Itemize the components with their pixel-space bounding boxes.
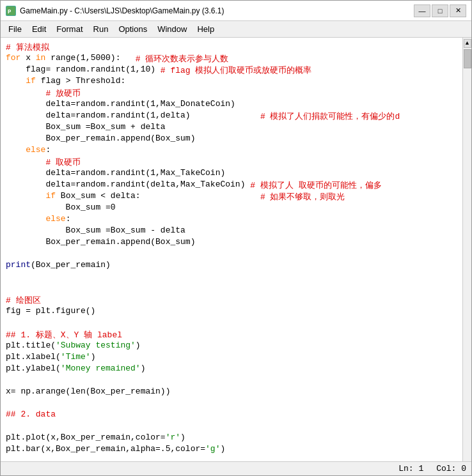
title-bar-left: P GameMain.py - C:\Users\LJS\Desktop\Gam… xyxy=(6,6,224,16)
menu-format[interactable]: Format xyxy=(51,23,88,35)
table-row xyxy=(1,249,462,260)
table-row: # 取硬币 xyxy=(1,157,462,168)
table-row xyxy=(1,421,462,433)
menu-edit[interactable]: Edit xyxy=(27,23,51,35)
scrollbar-vertical[interactable]: ▲ xyxy=(462,38,471,461)
table-row: ## 2. data xyxy=(1,410,462,421)
table-row: plt.bar(x,Box_per_remain,alpha=.5,color=… xyxy=(1,444,462,456)
table-row: plt.title('Subway testing') xyxy=(1,341,462,352)
window: P GameMain.py - C:\Users\LJS\Desktop\Gam… xyxy=(0,0,472,476)
status-bar: Ln: 1 Col: 0 xyxy=(1,461,471,475)
table-row: plt.xlabel('Time') xyxy=(1,352,462,364)
title-buttons: — □ ✕ xyxy=(414,4,466,17)
table-row: else: xyxy=(1,145,462,157)
table-row: for x in range(1,5000): # 循环次数表示参与人数 xyxy=(1,53,462,65)
table-row: delta=random.randint(1,Max_DonateCoin) xyxy=(1,99,462,111)
table-row: if Box_sum < delta: # 如果不够取，则取光 xyxy=(1,191,462,203)
app-icon: P xyxy=(6,6,16,16)
table-row xyxy=(1,375,462,387)
scroll-up-button[interactable]: ▲ xyxy=(464,39,471,48)
editor-area: # 算法模拟 for x in range(1,5000): # 循环次数表示参… xyxy=(1,38,471,461)
menu-window[interactable]: Window xyxy=(152,23,192,35)
scroll-thumb[interactable] xyxy=(464,49,471,68)
table-row xyxy=(1,283,462,295)
menu-file[interactable]: File xyxy=(3,23,27,35)
table-row xyxy=(1,318,462,329)
table-row: Box_sum =Box_sum + delta xyxy=(1,122,462,134)
table-row: Box_sum =0 xyxy=(1,203,462,214)
table-row: flag= random.randint(1,10) # flag 模拟人们取硬… xyxy=(1,65,462,76)
table-row: plt.plot(x,Box_per_remain,color='r') xyxy=(1,433,462,444)
col-number: Col: 0 xyxy=(436,464,466,473)
table-row: plt.ylabel('Money remained') xyxy=(1,364,462,375)
table-row: delta=random.randint(delta,Max_TakeCoin)… xyxy=(1,180,462,191)
table-row: if flag > Threshold: xyxy=(1,76,462,88)
table-row xyxy=(1,272,462,283)
table-row: print(Box_per_remain) xyxy=(1,260,462,272)
menu-help[interactable]: Help xyxy=(192,23,219,35)
table-row: delta=random.randint(1,Max_TakeCoin) xyxy=(1,168,462,180)
minimize-button[interactable]: — xyxy=(414,4,430,17)
menu-options[interactable]: Options xyxy=(113,23,152,35)
window-title: GameMain.py - C:\Users\LJS\Desktop\GameM… xyxy=(20,6,224,15)
title-bar: P GameMain.py - C:\Users\LJS\Desktop\Gam… xyxy=(1,1,471,21)
table-row: delta=random.randint(1,delta) # 模拟了人们捐款可… xyxy=(1,111,462,122)
table-row: Box_per_remain.append(Box_sum) xyxy=(1,237,462,249)
table-row: # 绘图区 xyxy=(1,295,462,306)
table-row: fig = plt.figure() xyxy=(1,306,462,318)
table-row: else: xyxy=(1,214,462,226)
table-row xyxy=(1,398,462,410)
menu-run[interactable]: Run xyxy=(88,23,114,35)
menu-bar: File Edit Format Run Options Window Help xyxy=(1,21,471,38)
table-row: x= np.arange(len(Box_per_remain)) xyxy=(1,387,462,398)
table-row: Box_per_remain.append(Box_sum) xyxy=(1,134,462,145)
svg-text:P: P xyxy=(8,9,12,15)
close-button[interactable]: ✕ xyxy=(450,4,466,17)
maximize-button[interactable]: □ xyxy=(432,4,448,17)
line-number: Ln: 1 xyxy=(398,464,423,473)
code-editor[interactable]: # 算法模拟 for x in range(1,5000): # 循环次数表示参… xyxy=(1,38,462,461)
table-row: # 算法模拟 xyxy=(1,42,462,53)
table-row xyxy=(1,456,462,461)
table-row: # 放硬币 xyxy=(1,88,462,99)
table-row: Box_sum =Box_sum - delta xyxy=(1,226,462,237)
table-row: ## 1. 标题、X、Y 轴 label xyxy=(1,329,462,341)
